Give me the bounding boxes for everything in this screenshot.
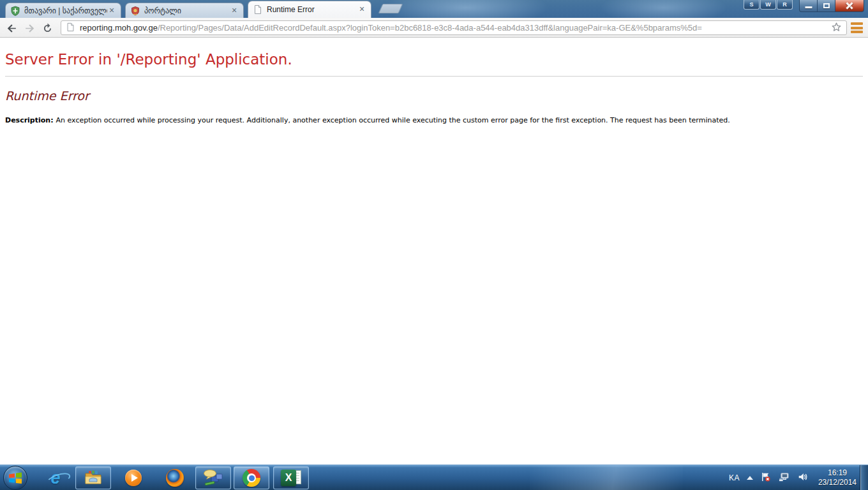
error-description: Description:An exception occurred while … — [5, 116, 863, 124]
taskbar-chrome[interactable] — [234, 466, 269, 489]
back-button[interactable] — [4, 20, 19, 36]
tab-title: Runtime Error — [267, 5, 357, 14]
address-bar[interactable]: reporting.moh.gov.ge /Reporting/Pages/Da… — [61, 20, 847, 35]
titlebar-glow — [600, 0, 728, 18]
excel-x-badge: X — [281, 470, 296, 486]
windows-logo-icon — [8, 472, 22, 484]
tab-portal[interactable]: პორტალი × — [125, 3, 244, 18]
taskbar-glass-streak — [530, 465, 683, 490]
clock-date: 23/12/2014 — [818, 478, 857, 487]
forward-arrow-icon — [24, 22, 36, 34]
divider — [5, 76, 863, 77]
internet-explorer-icon: e — [50, 470, 60, 487]
minimize-button[interactable] — [799, 0, 818, 12]
browser-titlebar: მთავარი | საქართველო × პორტალი × Runtime… — [0, 0, 868, 18]
hamburger-icon — [851, 22, 863, 25]
taskbar-firefox[interactable] — [158, 466, 191, 489]
tab-home-georgia[interactable]: მთავარი | საქართველო × — [5, 3, 121, 18]
clock-time: 16:19 — [818, 468, 857, 478]
w-button[interactable]: W — [760, 0, 776, 10]
page-icon — [66, 22, 75, 34]
description-text: An exception occurred while processing y… — [56, 116, 730, 124]
start-button[interactable] — [3, 466, 27, 490]
georgia-health-emblem-icon — [10, 6, 20, 16]
action-center-flag-icon[interactable] — [760, 471, 771, 485]
reload-icon — [41, 22, 54, 34]
chrome-icon-core — [247, 473, 256, 482]
language-indicator[interactable]: KA — [729, 473, 740, 482]
close-icon[interactable]: × — [107, 6, 116, 15]
error-subtitle: Runtime Error — [5, 89, 863, 103]
tab-title: პორტალი — [144, 6, 230, 15]
reload-button[interactable] — [40, 20, 55, 36]
chrome-icon — [243, 469, 260, 487]
back-arrow-icon — [6, 22, 18, 34]
maximize-icon — [823, 3, 830, 8]
hamburger-icon — [851, 31, 863, 33]
communicator-icon — [203, 469, 223, 487]
close-icon[interactable]: × — [357, 5, 366, 14]
new-tab-button[interactable] — [378, 4, 403, 13]
window-controls: S W R — [743, 0, 864, 12]
taskbar-excel[interactable]: X — [273, 466, 309, 489]
taskbar-internet-explorer[interactable]: e — [40, 466, 71, 489]
excel-icon: X — [281, 469, 301, 487]
minimize-icon — [805, 6, 812, 8]
folder-icon — [84, 470, 103, 486]
bookmark-star-icon[interactable] — [831, 22, 844, 34]
url-path: /Reporting/Pages/Data/AddEditRecordDefau… — [158, 23, 828, 33]
description-label: Description: — [5, 116, 54, 124]
media-player-icon — [125, 470, 142, 486]
close-window-button[interactable] — [835, 0, 864, 12]
tab-title: მთავარი | საქართველო — [24, 6, 107, 15]
system-tray: KA 16:19 23/12/2014 — [729, 465, 857, 490]
firefox-icon — [166, 469, 184, 487]
volume-icon[interactable] — [797, 471, 809, 485]
s-button[interactable]: S — [744, 0, 760, 10]
taskbar-clock[interactable]: 16:19 23/12/2014 — [818, 468, 857, 487]
r-button[interactable]: R — [777, 0, 793, 10]
taskbar-media-player[interactable] — [117, 466, 149, 489]
page-content: Server Error in '/Reporting' Application… — [0, 38, 868, 464]
windows-taskbar: e X — [0, 464, 868, 490]
document-page-icon — [253, 4, 263, 15]
maximize-button[interactable] — [818, 0, 835, 12]
error-page-title: Server Error in '/Reporting' Application… — [5, 51, 863, 68]
taskbar-windows-explorer[interactable] — [75, 466, 111, 489]
hidden-icons-arrow[interactable] — [747, 476, 753, 480]
georgia-coat-of-arms-icon — [130, 6, 140, 16]
browser-toolbar: reporting.moh.gov.ge /Reporting/Pages/Da… — [0, 18, 868, 38]
titlebar-extra-buttons: S W R — [743, 0, 793, 10]
url-domain: reporting.moh.gov.ge — [80, 23, 158, 33]
chrome-menu-button[interactable] — [849, 22, 865, 34]
network-icon[interactable] — [778, 471, 790, 485]
show-desktop-button[interactable] — [860, 465, 868, 490]
forward-button[interactable] — [22, 20, 37, 36]
close-icon[interactable]: × — [230, 6, 239, 15]
tab-runtime-error[interactable]: Runtime Error × — [248, 1, 371, 18]
hamburger-icon — [851, 27, 863, 29]
taskbar-communicator[interactable] — [195, 466, 231, 489]
titlebar-glow — [383, 0, 549, 18]
